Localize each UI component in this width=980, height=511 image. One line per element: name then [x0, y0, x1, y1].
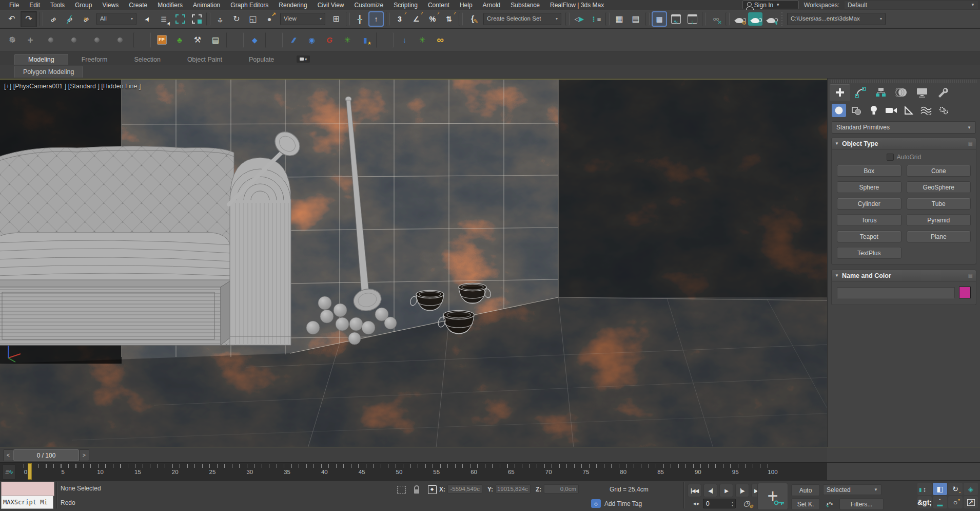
splash-plugin-icon[interactable]: ✳: [339, 32, 356, 48]
use-pivot-center-icon[interactable]: ⊞: [328, 11, 344, 27]
tab-display[interactable]: [912, 84, 932, 101]
rect-selection-region-icon[interactable]: [172, 11, 188, 27]
spinner-snap-icon[interactable]: ⇅⌐: [441, 11, 457, 27]
menu-item[interactable]: File: [4, 2, 24, 9]
menu-item[interactable]: Scripting: [388, 2, 423, 9]
menu-item[interactable]: Graph Editors: [225, 2, 273, 9]
menu-item[interactable]: Help: [455, 2, 478, 9]
category-systems[interactable]: [936, 104, 951, 117]
add-time-tag-button[interactable]: Add Time Tag: [604, 500, 642, 507]
rendered-frame-window-icon[interactable]: [748, 12, 762, 26]
object-type-button[interactable]: Cone: [907, 165, 971, 177]
key-filters-selection-dropdown[interactable]: Selected▼: [823, 484, 881, 495]
tab-utilities[interactable]: [932, 84, 953, 101]
ribbon-tab[interactable]: Modeling: [14, 54, 68, 65]
ribbon-overflow-button[interactable]: ▾: [297, 55, 310, 63]
menu-item[interactable]: Edit: [24, 2, 45, 9]
named-selection-dropdown[interactable]: Create Selection Set▾: [483, 13, 561, 25]
mirror-icon[interactable]: ◁▶: [572, 11, 587, 27]
menu-item[interactable]: Create: [124, 2, 152, 9]
forest-trees-icon[interactable]: ♣: [171, 32, 188, 48]
ribbon-tab[interactable]: Object Paint: [174, 54, 236, 65]
menu-item[interactable]: Animation: [188, 2, 225, 9]
zoom-extents-icon[interactable]: ◧: [933, 483, 947, 495]
object-type-button[interactable]: Plane: [907, 231, 971, 242]
curve-editor-icon[interactable]: ∿: [668, 11, 683, 27]
set-key-button[interactable]: Set K.: [791, 498, 820, 510]
play-button[interactable]: ▶: [719, 484, 733, 497]
object-type-button[interactable]: Teapot: [837, 231, 901, 242]
align-icon[interactable]: ⋮≡: [588, 11, 603, 27]
select-place-icon[interactable]: ●↗: [262, 11, 277, 27]
orbit-camera-icon[interactable]: ○●: [948, 496, 963, 508]
prev-frame-slider-button[interactable]: <: [3, 449, 13, 461]
select-manipulate-icon[interactable]: ╂●: [352, 11, 367, 27]
snaps-toggle-icon[interactable]: 3⌐: [392, 11, 407, 27]
autogrid-checkbox[interactable]: [887, 154, 894, 161]
ref-coord-dropdown[interactable]: View▾: [280, 13, 325, 25]
object-type-button[interactable]: Sphere: [837, 181, 901, 193]
scene-explorer-icon[interactable]: ▦: [612, 11, 627, 27]
menu-item[interactable]: Tools: [45, 2, 70, 9]
object-type-button[interactable]: Cylinder: [837, 198, 901, 210]
keyboard-override-icon[interactable]: ↑: [368, 11, 384, 27]
category-cameras[interactable]: [884, 104, 898, 117]
angle-snap-icon[interactable]: ∠⌐: [408, 11, 424, 27]
select-object-icon[interactable]: ➤: [140, 11, 155, 27]
ribbon-tab[interactable]: Populate: [236, 54, 287, 65]
category-space-warps[interactable]: [919, 104, 933, 117]
select-rotate-icon[interactable]: ↻: [229, 11, 244, 27]
category-geometry[interactable]: [832, 104, 846, 117]
x-coordinate-field[interactable]: -5594,549c: [447, 484, 482, 494]
menu-item[interactable]: RealFlow | 3ds Max: [545, 2, 609, 9]
panel-grip[interactable]: [831, 80, 977, 83]
download-plugin-icon[interactable]: ↓: [396, 32, 413, 48]
redo-icon[interactable]: ↷: [21, 11, 37, 27]
menu-item[interactable]: Civil View: [312, 2, 349, 9]
percent-snap-icon[interactable]: %⌐: [425, 11, 440, 27]
forest-pack-icon[interactable]: FP: [153, 32, 170, 48]
absolute-mode-icon[interactable]: ◆: [426, 484, 438, 495]
workspace-dropdown[interactable]: Default ▼: [845, 1, 978, 9]
menu-item[interactable]: Customize: [349, 2, 389, 9]
glasses-plugin-icon[interactable]: ∞: [432, 32, 448, 48]
card-star-icon[interactable]: ▮★: [357, 32, 374, 48]
selection-lock-icon[interactable]: [410, 484, 423, 495]
add-tool-icon[interactable]: +: [22, 32, 38, 48]
next-frame-button[interactable]: |▶: [735, 484, 749, 497]
key-mode-toggle[interactable]: ◀ ▶: [692, 499, 701, 508]
ribbon-subtab-polygon-modeling[interactable]: Polygon Modeling: [14, 66, 83, 78]
orbit-icon[interactable]: ↻▪: [948, 483, 963, 495]
spinner-icon[interactable]: ▲▼: [731, 501, 735, 507]
object-type-button[interactable]: GeoSphere: [907, 181, 971, 193]
set-keys-button[interactable]: +: [757, 483, 788, 510]
railclone-icon[interactable]: ◆: [246, 32, 263, 48]
mini-curve-editor-button[interactable]: ☰∿: [3, 464, 15, 480]
menu-item[interactable]: Modifiers: [152, 2, 188, 9]
time-configuration-button[interactable]: ◷⚙: [740, 498, 753, 509]
menu-item[interactable]: Rendering: [273, 2, 312, 9]
primitives-category-dropdown[interactable]: Standard Primitives ▼: [832, 121, 976, 134]
auto-key-button[interactable]: Auto: [791, 484, 820, 496]
object-name-input[interactable]: [837, 287, 955, 298]
current-frame-marker[interactable]: [28, 463, 32, 480]
ribbon-tab[interactable]: Freeform: [68, 54, 121, 65]
g6-plugin-icon[interactable]: G: [321, 32, 338, 48]
viewport[interactable]: [+] [PhysCamera001 ] [Standard ] [Hidden…: [0, 79, 827, 447]
tab-motion[interactable]: [891, 84, 912, 101]
category-shapes[interactable]: [849, 104, 864, 117]
sign-in-button[interactable]: Sign In ▼: [742, 1, 799, 9]
object-type-button[interactable]: Pyramid: [907, 214, 971, 226]
render-setup-icon[interactable]: ⚙: [732, 11, 747, 27]
select-scale-icon[interactable]: ◱: [245, 11, 261, 27]
prev-frame-button[interactable]: ◀|: [703, 484, 717, 497]
zoom-region-icon[interactable]: ◈: [964, 483, 978, 495]
track-bar-ruler[interactable]: 0 5 10 15 20 25 30 35 40 45 50 55: [18, 463, 780, 481]
name-and-color-header[interactable]: ▼ Name and Color ▦: [831, 270, 976, 281]
selection-filter-dropdown[interactable]: All▾: [96, 13, 136, 25]
object-type-button[interactable]: TextPlus: [837, 247, 901, 259]
menu-item[interactable]: Content: [423, 2, 455, 9]
undo-icon[interactable]: ↶: [4, 11, 19, 27]
menu-item[interactable]: Group: [70, 2, 97, 9]
z-coordinate-field[interactable]: 0,0cm: [544, 484, 579, 494]
